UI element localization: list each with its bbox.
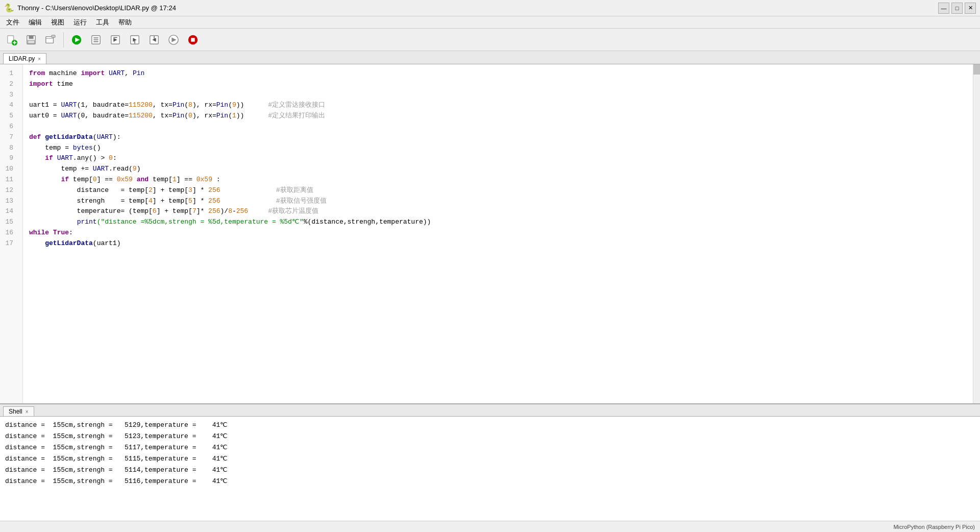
status-bar: MicroPython (Raspberry Pi Pico) (0, 521, 980, 532)
step-over-icon (110, 34, 121, 45)
shell-output-line: distance = 155cm,strengh = 5117,temperat… (5, 442, 975, 453)
svg-rect-27 (191, 38, 194, 41)
run-icon (71, 34, 82, 45)
toolbar (0, 29, 980, 51)
new-file-button[interactable] (3, 31, 20, 49)
step-out-icon (149, 34, 160, 45)
code-line: strengh = temp[4] + temp[5] * 256 #获取信号强… (29, 196, 967, 207)
new-file-icon (6, 34, 17, 45)
code-line: uart0 = UART(0, baudrate=115200, tx=Pin(… (29, 111, 967, 122)
debug-button[interactable] (87, 31, 105, 49)
step-into-icon (129, 34, 140, 45)
code-line: temperature= (temp[6] + temp[7]* 256)/8-… (29, 206, 967, 217)
app-icon: 🐍 (4, 3, 14, 13)
title-bar-controls: — □ ✕ (938, 3, 976, 14)
code-line: print("distance =%5dcm,strengh = %5d,tem… (29, 217, 967, 228)
status-text: MicroPython (Raspberry Pi Pico) (893, 524, 975, 530)
load-icon (45, 34, 56, 45)
run-button[interactable] (68, 31, 85, 49)
svg-rect-6 (28, 40, 35, 43)
tab-label: LIDAR.py (9, 55, 35, 62)
menu-view[interactable]: 视图 (47, 17, 68, 28)
load-button[interactable] (42, 31, 59, 49)
shell-tab-label: Shell (9, 408, 22, 415)
shell-output-line: distance = 155cm,strengh = 5114,temperat… (5, 465, 975, 476)
code-line (29, 122, 967, 132)
shell-output-line: distance = 155cm,strengh = 5129,temperat… (5, 420, 975, 431)
save-icon (26, 34, 37, 45)
menu-bar: 文件 编辑 视图 运行 工具 帮助 (0, 16, 980, 29)
menu-tools[interactable]: 工具 (92, 17, 113, 28)
code-line: temp = bytes() (29, 143, 967, 154)
continue-icon (168, 34, 179, 45)
step-over-button[interactable] (107, 31, 124, 49)
debug-icon (90, 34, 102, 45)
close-button[interactable]: ✕ (965, 3, 976, 14)
stop-icon (187, 34, 199, 45)
window-title: Thonny - C:\Users\lenovo\Desktop\LIDAR.p… (17, 4, 176, 12)
svg-rect-8 (52, 35, 55, 37)
menu-help[interactable]: 帮助 (114, 17, 136, 28)
menu-file[interactable]: 文件 (2, 17, 23, 28)
toolbar-separator-1 (63, 32, 64, 47)
code-line: from machine import UART, Pin (29, 68, 967, 79)
code-line (29, 90, 967, 101)
code-line: if temp[0] == 0x59 and temp[1] == 0x59 : (29, 175, 967, 185)
code-line: if UART.any() > 0: (29, 153, 967, 164)
shell-tab-bar: Shell × (0, 404, 980, 417)
code-line: while True: (29, 228, 967, 238)
svg-rect-5 (29, 35, 33, 38)
stop-button[interactable] (184, 31, 202, 49)
step-out-button[interactable] (145, 31, 163, 49)
shell-output[interactable]: distance = 155cm,strengh = 5129,temperat… (0, 417, 980, 521)
line-numbers: 1234567891011121314151617 (0, 64, 23, 403)
shell-tab[interactable]: Shell × (3, 406, 34, 416)
editor-tab[interactable]: LIDAR.py × (3, 53, 46, 64)
tab-bar: LIDAR.py × (0, 51, 980, 64)
continue-button[interactable] (165, 31, 182, 49)
code-line: getLidarData(uart1) (29, 238, 967, 249)
code-line: distance = temp[2] + temp[3] * 256 #获取距离… (29, 185, 967, 196)
menu-edit[interactable]: 编辑 (24, 17, 46, 28)
shell-output-line: distance = 155cm,strengh = 5116,temperat… (5, 476, 975, 487)
step-into-button[interactable] (126, 31, 143, 49)
tab-close-button[interactable]: × (38, 56, 41, 62)
shell-area: Shell × distance = 155cm,strengh = 5129,… (0, 403, 980, 521)
maximize-button[interactable]: □ (951, 3, 963, 14)
shell-output-line: distance = 155cm,strengh = 5123,temperat… (5, 431, 975, 442)
code-line: import time (29, 79, 967, 90)
save-button[interactable] (22, 31, 40, 49)
code-line: def getLidarData(UART): (29, 132, 967, 143)
code-line: uart1 = UART(1, baudrate=115200, tx=Pin(… (29, 100, 967, 111)
code-editor[interactable]: from machine import UART, Pinimport time… (23, 64, 973, 403)
editor-area: 1234567891011121314151617 from machine i… (0, 64, 980, 403)
minimize-button[interactable]: — (938, 3, 949, 14)
code-line: temp += UART.read(9) (29, 164, 967, 175)
menu-run[interactable]: 运行 (69, 17, 91, 28)
shell-tab-close-button[interactable]: × (26, 409, 29, 415)
shell-output-line: distance = 155cm,strengh = 5115,temperat… (5, 453, 975, 465)
title-bar-left: 🐍 Thonny - C:\Users\lenovo\Desktop\LIDAR… (4, 3, 176, 13)
title-bar: 🐍 Thonny - C:\Users\lenovo\Desktop\LIDAR… (0, 0, 980, 16)
editor-scrollbar[interactable] (973, 64, 980, 403)
